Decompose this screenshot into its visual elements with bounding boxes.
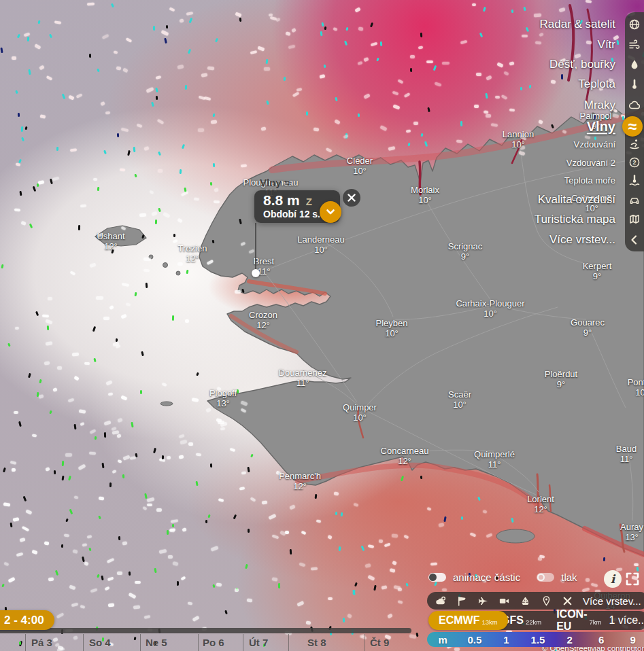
layer-menu-item-teplota-mo-e[interactable]: Teplota moře bbox=[564, 175, 615, 186]
timeline-day-1[interactable]: Pá 3 bbox=[31, 637, 52, 648]
globe-icon[interactable] bbox=[627, 17, 642, 32]
day-separator bbox=[288, 634, 289, 651]
harbor-icon[interactable] bbox=[520, 595, 531, 607]
chevron-left-icon bbox=[628, 234, 641, 246]
city-label-baud: Baud11° bbox=[616, 444, 637, 464]
car-icon[interactable] bbox=[627, 192, 642, 207]
wave-height-value: 8.8 m bbox=[263, 192, 300, 208]
map-icon[interactable] bbox=[627, 212, 642, 227]
scale-tick-9: 9 bbox=[617, 634, 644, 646]
city-label-douarnenez: Douarnenez11° bbox=[279, 368, 327, 388]
cloud-sun-icon[interactable] bbox=[435, 595, 447, 607]
layer-menu-item-radar-satelit[interactable]: Radar & satelit bbox=[540, 18, 616, 31]
map-option-toggles: animace částic tlak bbox=[428, 571, 577, 583]
info-button[interactable]: i bbox=[604, 570, 622, 588]
picker-close-button[interactable] bbox=[343, 189, 360, 207]
city-label-plogoff: Plogoff13° bbox=[209, 388, 237, 408]
thermometer-icon[interactable] bbox=[627, 77, 642, 92]
waves-icon[interactable]: ≈ bbox=[622, 116, 643, 137]
day-separator bbox=[243, 634, 243, 651]
picker-expand-button[interactable] bbox=[320, 201, 341, 223]
droplet-icon bbox=[628, 58, 641, 71]
particle-animation-label: animace částic bbox=[453, 571, 520, 583]
layer-menu-item-turistick-mapa[interactable]: Turistická mapa bbox=[535, 213, 615, 226]
sea-temp-icon[interactable] bbox=[627, 173, 642, 188]
model-selected-ecmwf[interactable]: ECMWF13km bbox=[428, 611, 508, 630]
layer-menu-item-mraky[interactable]: Mraky bbox=[584, 99, 615, 112]
wave-height-color-scale[interactable]: m0.511.5269 bbox=[427, 632, 644, 647]
airplane-icon bbox=[477, 595, 489, 607]
city-label-lannion: Lannion10° bbox=[503, 129, 534, 149]
wind-icon bbox=[628, 39, 641, 51]
scale-unit: m bbox=[427, 634, 459, 646]
city-label-crozon: Crozon12° bbox=[249, 310, 277, 330]
timeline-day-3[interactable]: Ne 5 bbox=[146, 637, 167, 648]
city-label-ushant: Ushant12° bbox=[97, 231, 124, 251]
pressure-toggle[interactable] bbox=[537, 573, 554, 582]
islet bbox=[163, 263, 168, 268]
scale-tick-6: 6 bbox=[586, 634, 617, 646]
surfer-icon[interactable] bbox=[627, 137, 642, 152]
chevron-left-icon[interactable] bbox=[627, 232, 642, 247]
current-time-badge: 2 - 4:00 bbox=[0, 610, 54, 630]
layer-menu-item-teplota[interactable]: Teplota bbox=[578, 77, 615, 91]
timeline-day-5[interactable]: Út 7 bbox=[249, 637, 268, 648]
city-label-sca-r: Scaër10° bbox=[448, 389, 471, 410]
map-land bbox=[0, 0, 644, 651]
timeline-scrubber-track[interactable] bbox=[0, 628, 411, 633]
timeline-day-7[interactable]: Čt 9 bbox=[370, 637, 389, 648]
city-label-carhaix-plouguer: Carhaix-Plouguer10° bbox=[456, 298, 524, 319]
picker-location-marker[interactable] bbox=[252, 269, 260, 277]
more-layers-button[interactable]: Více vrstev... bbox=[583, 595, 641, 607]
layer-menu-item-vlny[interactable]: Vlny bbox=[587, 119, 615, 135]
airplane-icon[interactable] bbox=[477, 595, 489, 607]
scale-tick-1.5: 1.5 bbox=[522, 634, 554, 646]
layer-menu-item-v-ce-vrstev-[interactable]: Více vrstev... bbox=[549, 233, 615, 247]
day-separator bbox=[365, 634, 365, 651]
day-separator bbox=[140, 634, 141, 651]
map-canvas[interactable]: Lannion10°Paimpol9°Cléder10°Plouguerneau… bbox=[0, 0, 644, 651]
city-label-scrignac: Scrignac9° bbox=[448, 241, 483, 262]
circled-2-icon[interactable]: 2 bbox=[627, 155, 642, 170]
day-separator bbox=[25, 634, 26, 651]
timeline-day-2[interactable]: So 4 bbox=[89, 637, 111, 648]
more-models-button[interactable]: 1 více... bbox=[609, 614, 644, 627]
close-icon bbox=[348, 194, 356, 202]
scale-tick-2: 2 bbox=[554, 634, 586, 646]
particle-animation-toggle[interactable] bbox=[428, 573, 446, 582]
timeline-day-4[interactable]: Po 6 bbox=[203, 637, 224, 648]
close-icon[interactable] bbox=[562, 595, 573, 607]
layer-menu-item-kvalita-ovzdu-[interactable]: Kvalita ovzduší bbox=[538, 193, 615, 207]
city-label-kerpert: Kerpert9° bbox=[583, 261, 612, 281]
model-option-icon-eu[interactable]: ICON-EU7km bbox=[549, 608, 609, 633]
close-icon bbox=[562, 595, 573, 607]
layer-menu-item-v-tr[interactable]: Vítr bbox=[598, 38, 615, 52]
city-label-gouarec: Gouarec9° bbox=[571, 317, 605, 338]
city-label-quimperl-: Quimperlé11° bbox=[474, 449, 515, 470]
city-label-concarneau: Concarneau12° bbox=[381, 446, 429, 466]
droplet-icon[interactable] bbox=[627, 57, 642, 72]
layer-menu-item-d-bou-ky[interactable]: Déšť, bouřky bbox=[549, 58, 615, 71]
cloud-icon bbox=[628, 99, 641, 111]
city-label-lorient: Lorient12° bbox=[527, 494, 554, 514]
day-separator bbox=[83, 634, 84, 651]
fullscreen-button[interactable] bbox=[624, 571, 641, 587]
sea-temp-icon bbox=[628, 174, 641, 186]
camera-icon[interactable] bbox=[498, 595, 510, 607]
windsock-icon[interactable] bbox=[456, 595, 468, 607]
layer-menu-item-vzdouv-n-2[interactable]: Vzdouvání 2 bbox=[566, 158, 615, 168]
wind-icon[interactable] bbox=[627, 37, 642, 52]
quick-tools-row: Více vrstev... bbox=[427, 592, 644, 610]
scale-tick-1: 1 bbox=[490, 634, 522, 646]
car-icon bbox=[628, 194, 641, 206]
city-label-pleyben: Pleyben10° bbox=[376, 318, 408, 338]
islet bbox=[149, 255, 153, 259]
timeline-day-6[interactable]: St 8 bbox=[307, 637, 326, 648]
cloud-icon[interactable] bbox=[627, 98, 642, 113]
pressure-label: tlak bbox=[561, 571, 577, 583]
fullscreen-icon bbox=[624, 571, 641, 587]
pin-icon[interactable] bbox=[541, 595, 552, 607]
globe-icon bbox=[628, 18, 641, 31]
pin-icon bbox=[541, 595, 552, 607]
layer-menu-item-vzdouv-n-[interactable]: Vzdouvání bbox=[574, 139, 615, 149]
